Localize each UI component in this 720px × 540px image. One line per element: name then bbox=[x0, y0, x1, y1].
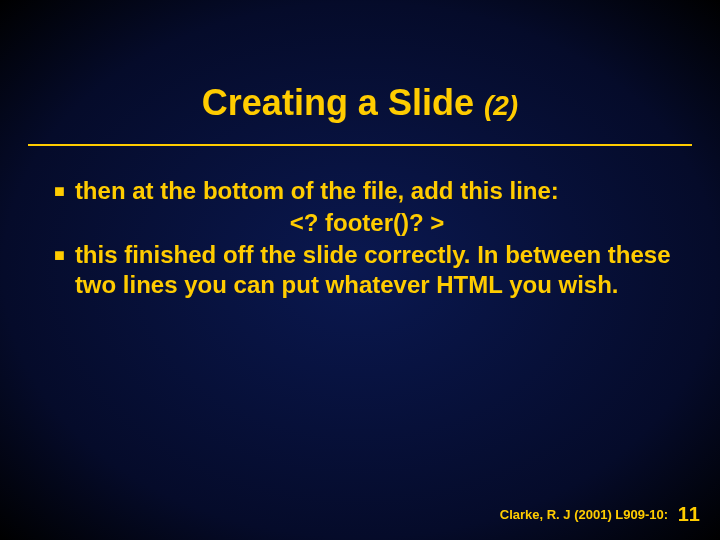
square-bullet-icon: ■ bbox=[54, 176, 65, 206]
footer-citation: Clarke, R. J (2001) L909-10: bbox=[500, 507, 668, 522]
title-underline bbox=[28, 144, 692, 146]
slide: Creating a Slide (2) ■ then at the botto… bbox=[0, 0, 720, 540]
list-item: ■ this finished off the slide correctly.… bbox=[54, 240, 680, 300]
bullet-text: this finished off the slide correctly. I… bbox=[75, 240, 680, 300]
list-item: ■ then at the bottom of the file, add th… bbox=[54, 176, 680, 206]
code-line: <? footer()? > bbox=[54, 208, 680, 238]
slide-footer: Clarke, R. J (2001) L909-10: 11 bbox=[500, 503, 700, 526]
title-main: Creating a Slide bbox=[202, 82, 484, 123]
bullet-text: then at the bottom of the file, add this… bbox=[75, 176, 559, 206]
content-area: ■ then at the bottom of the file, add th… bbox=[0, 176, 720, 300]
slide-title: Creating a Slide (2) bbox=[0, 0, 720, 144]
title-sub: (2) bbox=[484, 90, 518, 121]
square-bullet-icon: ■ bbox=[54, 240, 65, 270]
page-number: 11 bbox=[678, 503, 700, 525]
